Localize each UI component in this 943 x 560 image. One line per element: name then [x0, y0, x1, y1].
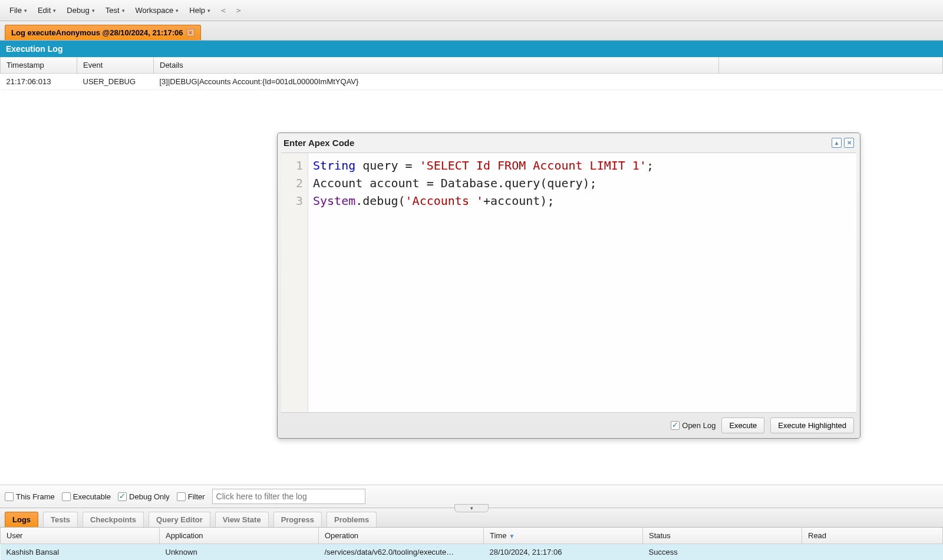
execute-button[interactable]: Execute	[721, 417, 764, 433]
log-cell-ev: USER_DEBUG	[77, 74, 154, 90]
log-header-row: Timestamp Event Details	[1, 57, 943, 74]
logs-row[interactable]: Kashish Bansal Unknown /services/data/v6…	[1, 544, 943, 561]
col-event[interactable]: Event	[77, 57, 154, 74]
logs-cell-status: Success	[643, 544, 802, 561]
enter-apex-code-dialog: Enter Apex Code ▲ ✕ 123 String query = '…	[277, 132, 860, 439]
this-frame-checkbox[interactable]: This Frame	[5, 492, 55, 501]
col-timestamp[interactable]: Timestamp	[1, 57, 77, 74]
close-icon[interactable]: ✕	[844, 138, 854, 148]
open-log-checkbox[interactable]: Open Log	[671, 421, 716, 430]
execution-log-title: Execution Log	[0, 41, 943, 57]
col-user[interactable]: User	[1, 528, 160, 544]
collapse-handle[interactable]: ▾	[454, 504, 489, 512]
nav-back-button[interactable]: <	[216, 4, 230, 17]
menu-file[interactable]: File▾	[5, 4, 32, 17]
log-cell-det: [3]|DEBUG|Accounts Account:{Id=001dL0000…	[154, 74, 943, 90]
col-details[interactable]: Details	[154, 57, 719, 74]
chevron-down-icon: ▾	[24, 8, 27, 14]
col-read[interactable]: Read	[802, 528, 943, 544]
col-time[interactable]: Time▼	[484, 528, 643, 544]
tab-progress[interactable]: Progress	[273, 512, 322, 527]
dialog-footer: Open Log Execute Execute Highlighted	[278, 413, 860, 438]
executable-checkbox[interactable]: Executable	[62, 492, 111, 501]
col-application[interactable]: Application	[160, 528, 319, 544]
logs-cell-read	[802, 544, 943, 561]
dialog-title: Enter Apex Code	[283, 138, 354, 148]
execute-highlighted-button[interactable]: Execute Highlighted	[770, 417, 854, 433]
minimize-icon[interactable]: ▲	[832, 138, 842, 148]
col-spacer	[719, 57, 943, 74]
menu-help[interactable]: Help▾	[184, 4, 215, 17]
menu-bar: File▾ Edit▾ Debug▾ Test▾ Workspace▾ Help…	[0, 0, 943, 21]
tab-problems[interactable]: Problems	[327, 512, 377, 527]
chevron-down-icon: ▾	[92, 8, 95, 14]
checkbox-icon	[177, 492, 186, 501]
menu-workspace[interactable]: Workspace▾	[131, 4, 184, 17]
bottom-tab-bar: ▾ Logs Tests Checkpoints Query Editor Vi…	[0, 508, 943, 528]
dialog-titlebar[interactable]: Enter Apex Code ▲ ✕	[278, 133, 860, 153]
logs-cell-user: Kashish Bansal	[1, 544, 160, 561]
filter-input[interactable]	[212, 489, 365, 504]
checkbox-icon	[118, 492, 127, 501]
logs-cell-time: 28/10/2024, 21:17:06	[484, 544, 643, 561]
execution-log-panel: Timestamp Event Details 21:17:06:013 USE…	[0, 57, 943, 485]
menu-debug[interactable]: Debug▾	[62, 4, 99, 17]
checkbox-icon	[62, 492, 71, 501]
nav-forward-button[interactable]: >	[232, 4, 246, 17]
tab-tests[interactable]: Tests	[43, 512, 78, 527]
tab-checkpoints[interactable]: Checkpoints	[83, 512, 144, 527]
filter-checkbox[interactable]: Filter	[177, 492, 205, 501]
logs-cell-op: /services/data/v62.0/tooling/execute…	[319, 544, 484, 561]
menu-test[interactable]: Test▾	[101, 4, 130, 17]
close-icon[interactable]: ×	[187, 29, 194, 37]
col-operation[interactable]: Operation	[319, 528, 484, 544]
file-tab-bar: Log executeAnonymous @28/10/2024, 21:17:…	[0, 21, 943, 41]
tab-view-state[interactable]: View State	[215, 512, 269, 527]
checkbox-icon	[5, 492, 14, 501]
menu-edit[interactable]: Edit▾	[33, 4, 61, 17]
sort-desc-icon: ▼	[509, 533, 515, 539]
open-log-label: Open Log	[682, 421, 716, 430]
chevron-down-icon: ▾	[207, 8, 210, 14]
chevron-down-icon: ▾	[176, 8, 179, 14]
col-status[interactable]: Status	[643, 528, 802, 544]
logs-panel: User Application Operation Time▼ Status …	[0, 528, 943, 560]
chevron-down-icon: ▾	[122, 8, 125, 14]
chevron-down-icon: ▾	[53, 8, 56, 14]
line-gutter: 123	[281, 153, 308, 412]
tab-query-editor[interactable]: Query Editor	[149, 512, 210, 527]
logs-cell-app: Unknown	[160, 544, 319, 561]
log-row[interactable]: 21:17:06:013 USER_DEBUG [3]|DEBUG|Accoun…	[1, 74, 943, 90]
checkbox-icon	[671, 421, 680, 430]
file-tab-label: Log executeAnonymous @28/10/2024, 21:17:…	[11, 28, 183, 37]
debug-only-checkbox[interactable]: Debug Only	[118, 492, 170, 501]
file-tab-log[interactable]: Log executeAnonymous @28/10/2024, 21:17:…	[5, 25, 201, 40]
tab-logs[interactable]: Logs	[5, 512, 38, 527]
code-textarea[interactable]: String query = 'SELECT Id FROM Account L…	[308, 153, 856, 412]
log-cell-ts: 21:17:06:013	[1, 74, 77, 90]
code-editor[interactable]: 123 String query = 'SELECT Id FROM Accou…	[281, 153, 856, 413]
